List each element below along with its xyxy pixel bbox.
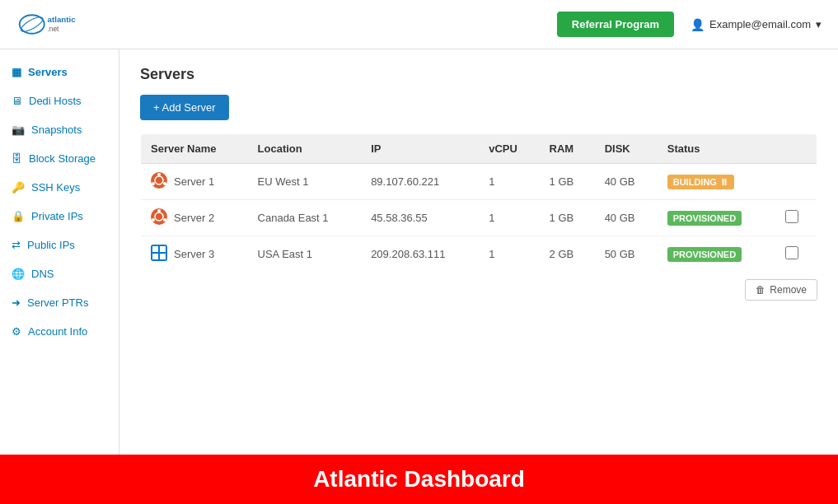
layout: ▦ Servers 🖥 Dedi Hosts 📷 Snapshots 🗄 Blo…: [0, 49, 838, 455]
server-ptrs-icon: ➜: [12, 296, 21, 309]
table-row: Server 1 EU West 1 89.107.60.221 1 1 GB …: [141, 164, 817, 200]
sidebar-item-server-ptrs[interactable]: ➜ Server PTRs: [0, 288, 119, 317]
table-header-row: Server Name Location IP vCPU RAM DISK St…: [141, 134, 817, 164]
cell-ip: 45.58.36.55: [361, 200, 479, 236]
sidebar-item-private-ips[interactable]: 🔒 Private IPs: [0, 202, 119, 231]
cell-location: Canada East 1: [248, 200, 362, 236]
svg-point-12: [163, 218, 166, 222]
col-disk: DISK: [595, 134, 658, 164]
svg-rect-17: [152, 254, 158, 259]
row-checkbox[interactable]: [785, 246, 798, 259]
cell-checkbox[interactable]: [775, 200, 817, 236]
cell-disk: 40 GB: [595, 164, 658, 200]
cell-vcpu: 1: [479, 200, 539, 236]
svg-point-7: [163, 182, 166, 185]
cell-location: EU West 1: [248, 164, 362, 200]
sidebar-item-public-ips[interactable]: ⇄ Public IPs: [0, 231, 119, 259]
row-checkbox[interactable]: [785, 210, 798, 223]
block-storage-icon: 🗄: [12, 152, 22, 165]
cell-ip: 209.208.63.111: [361, 236, 479, 273]
cell-status: BUILDING ⏸: [658, 164, 775, 200]
cell-disk: 50 GB: [595, 236, 658, 273]
cell-disk: 40 GB: [595, 200, 658, 236]
status-badge: PROVISIONED: [667, 211, 742, 226]
private-ips-icon: 🔒: [12, 210, 25, 222]
col-select: [775, 134, 817, 164]
svg-rect-15: [152, 246, 158, 252]
cell-server-name: Server 2: [141, 200, 248, 236]
page-title: Servers: [140, 66, 817, 83]
footer-banner: Atlantic Dashboard: [0, 455, 838, 504]
header-right: Referral Program 👤 Example@email.com ▾: [557, 12, 822, 37]
sidebar-item-block-storage[interactable]: 🗄 Block Storage: [0, 144, 119, 173]
sidebar-item-account-info[interactable]: ⚙ Account Info: [0, 317, 119, 346]
table-row: Server 3 USA East 1 209.208.63.111 1 2 G…: [141, 236, 817, 273]
os-icon: [151, 245, 167, 264]
col-ram: RAM: [540, 134, 595, 164]
svg-text:.net: .net: [48, 26, 59, 33]
user-icon: 👤: [691, 18, 705, 31]
cell-vcpu: 1: [479, 164, 539, 200]
sidebar: ▦ Servers 🖥 Dedi Hosts 📷 Snapshots 🗄 Blo…: [0, 49, 119, 455]
user-menu[interactable]: 👤 Example@email.com ▾: [691, 18, 822, 31]
sidebar-item-servers[interactable]: ▦ Servers: [0, 58, 119, 86]
svg-point-6: [157, 173, 161, 176]
table-footer: 🗑 Remove: [140, 279, 817, 301]
footer-banner-text: Atlantic Dashboard: [313, 466, 525, 492]
account-info-icon: ⚙: [12, 325, 21, 338]
os-icon: [151, 172, 167, 191]
logo: atlantic .net: [16, 6, 91, 43]
add-server-button[interactable]: + Add Server: [140, 95, 229, 120]
cell-location: USA East 1: [248, 236, 362, 273]
cell-server-name: Server 1: [141, 164, 248, 200]
svg-point-8: [152, 182, 155, 185]
cell-status: PROVISIONED: [658, 236, 775, 273]
dns-icon: 🌐: [12, 268, 25, 280]
cell-vcpu: 1: [479, 236, 539, 273]
snapshots-icon: 📷: [12, 124, 25, 136]
sidebar-item-dns[interactable]: 🌐 DNS: [0, 259, 119, 288]
main-content: Servers + Add Server Server Name Locatio…: [119, 49, 838, 455]
os-icon: [151, 208, 167, 227]
col-location: Location: [248, 134, 362, 164]
sidebar-item-dedi-hosts[interactable]: 🖥 Dedi Hosts: [0, 86, 119, 115]
dedi-hosts-icon: 🖥: [12, 95, 22, 107]
cell-server-name: Server 3: [141, 236, 248, 273]
chevron-down-icon: ▾: [816, 18, 822, 30]
cell-ip: 89.107.60.221: [361, 164, 479, 200]
svg-point-0: [20, 15, 44, 34]
cell-checkbox[interactable]: [775, 236, 817, 273]
col-server-name: Server Name: [141, 134, 248, 164]
col-ip: IP: [361, 134, 479, 164]
status-badge: BUILDING ⏸: [667, 175, 734, 189]
referral-button[interactable]: Referral Program: [557, 12, 674, 37]
col-vcpu: vCPU: [479, 134, 539, 164]
svg-point-11: [157, 209, 161, 212]
header: atlantic .net Referral Program 👤 Example…: [0, 0, 838, 49]
svg-rect-18: [160, 254, 166, 259]
col-status: Status: [658, 134, 775, 164]
cell-ram: 2 GB: [540, 236, 595, 273]
remove-icon: 🗑: [756, 284, 765, 296]
svg-point-13: [152, 218, 155, 222]
sidebar-item-ssh-keys[interactable]: 🔑 SSH Keys: [0, 173, 119, 202]
cell-ram: 1 GB: [540, 200, 595, 236]
sidebar-item-snapshots[interactable]: 📷 Snapshots: [0, 115, 119, 144]
public-ips-icon: ⇄: [12, 239, 21, 251]
svg-text:atlantic: atlantic: [48, 15, 77, 24]
status-badge: PROVISIONED: [667, 247, 742, 262]
servers-table: Server Name Location IP vCPU RAM DISK St…: [140, 133, 817, 273]
ssh-keys-icon: 🔑: [12, 181, 25, 194]
cell-status: PROVISIONED: [658, 200, 775, 236]
user-email: Example@email.com: [709, 18, 811, 30]
svg-rect-16: [160, 246, 166, 252]
cell-ram: 1 GB: [540, 164, 595, 200]
remove-button[interactable]: 🗑 Remove: [745, 279, 817, 301]
logo-area: atlantic .net: [16, 6, 91, 43]
cell-checkbox: [775, 164, 817, 200]
table-row: Server 2 Canada East 1 45.58.36.55 1 1 G…: [141, 200, 817, 236]
servers-icon: ▦: [12, 66, 21, 78]
